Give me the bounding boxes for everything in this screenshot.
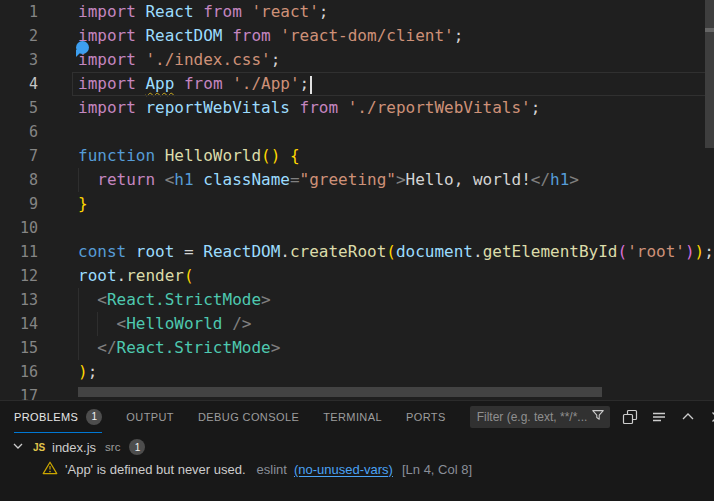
- line-content: }: [78, 192, 88, 216]
- javascript-file-icon: JS: [31, 442, 47, 453]
- code-line[interactable]: 3import './index.css';: [0, 48, 714, 72]
- code-token: 'react-dom/client': [271, 26, 454, 45]
- maximize-panel-icon[interactable]: [679, 408, 697, 426]
- tab-problems-label: PROBLEMS: [14, 411, 78, 423]
- code-token: 'root': [627, 242, 685, 261]
- code-line[interactable]: 13 <React.StrictMode>: [0, 288, 714, 312]
- tab-output[interactable]: OUTPUT: [126, 401, 174, 433]
- file-path: src: [105, 441, 120, 453]
- line-number: 5: [0, 96, 38, 120]
- file-name: index.js: [52, 440, 96, 455]
- indent-guide: [78, 312, 79, 336]
- line-content: </React.StrictMode>: [78, 336, 280, 360]
- code-token: <: [97, 290, 107, 309]
- code-line[interactable]: 5import reportWebVitals from './reportWe…: [0, 96, 714, 120]
- code-line[interactable]: 11const root = ReactDOM.createRoot(docum…: [0, 240, 714, 264]
- code-token: />: [223, 314, 252, 333]
- line-number: 10: [0, 216, 38, 240]
- code-line[interactable]: 4import App from './App';: [0, 72, 714, 96]
- tab-debug-console[interactable]: DEBUG CONSOLE: [198, 401, 299, 433]
- code-line[interactable]: 14 <HelloWorld />: [0, 312, 714, 336]
- collapse-all-icon[interactable]: [621, 408, 639, 426]
- code-token: import: [78, 50, 136, 69]
- line-number: 11: [0, 240, 38, 264]
- problem-rule-link[interactable]: (no-unused-vars): [294, 462, 393, 477]
- code-token: 'react': [242, 2, 319, 21]
- chevron-down-icon: [10, 438, 26, 457]
- indent-guide: [78, 168, 79, 192]
- file-problem-count-badge: 1: [129, 439, 145, 455]
- code-token: >: [271, 338, 281, 357]
- tab-ports-label: PORTS: [406, 411, 446, 423]
- warning-icon: [42, 460, 58, 479]
- code-editor[interactable]: 1import React from 'react';2import React…: [0, 0, 714, 400]
- problem-item[interactable]: 'App' is defined but never used. eslint(…: [0, 458, 714, 480]
- text-cursor: [310, 76, 312, 94]
- code-token: >: [569, 170, 579, 189]
- code-line[interactable]: 2import ReactDOM from 'react-dom/client'…: [0, 24, 714, 48]
- code-token: './App': [223, 74, 300, 93]
- code-line[interactable]: 16);: [0, 360, 714, 384]
- code-token: ): [695, 242, 705, 261]
- problems-filter-input[interactable]: [477, 410, 591, 424]
- code-token: [280, 146, 290, 165]
- code-line[interactable]: 1import React from 'react';: [0, 0, 714, 24]
- line-number: 3: [0, 48, 38, 72]
- code-token: ;: [271, 50, 281, 69]
- code-token: .: [117, 266, 127, 285]
- code-token: [78, 170, 97, 189]
- code-token: App: [145, 74, 174, 93]
- code-token: (: [386, 242, 396, 261]
- tab-terminal[interactable]: TERMINAL: [323, 401, 382, 433]
- code-token: ReactDOM: [194, 242, 281, 261]
- indent-guide: [78, 288, 79, 312]
- line-number: 12: [0, 264, 38, 288]
- horizontal-scrollbar[interactable]: [78, 387, 602, 397]
- line-number: 6: [0, 120, 38, 144]
- code-lines: 1import React from 'react';2import React…: [0, 0, 714, 400]
- line-number: 9: [0, 192, 38, 216]
- code-token: document: [396, 242, 473, 261]
- code-token: >: [396, 170, 406, 189]
- code-token: HelloWorld: [165, 146, 261, 165]
- code-token: const: [78, 242, 126, 261]
- code-token: [155, 170, 165, 189]
- tab-terminal-label: TERMINAL: [323, 411, 382, 423]
- tab-problems[interactable]: PROBLEMS 1: [14, 401, 102, 433]
- code-token: './reportWebVitals': [338, 98, 531, 117]
- code-line[interactable]: 8 return <h1 className="greeting">Hello,…: [0, 168, 714, 192]
- code-line[interactable]: 15 </React.StrictMode>: [0, 336, 714, 360]
- code-token: }: [78, 194, 88, 213]
- code-token: render: [126, 266, 184, 285]
- code-token: h1: [174, 170, 193, 189]
- line-number: 15: [0, 336, 38, 360]
- code-line[interactable]: 6: [0, 120, 714, 144]
- code-token: <: [165, 170, 175, 189]
- vertical-scrollbar[interactable]: [705, 0, 714, 148]
- code-token: Hello, world!: [406, 170, 531, 189]
- code-token: ;: [704, 242, 714, 261]
- code-token: ;: [319, 2, 329, 21]
- line-number: 2: [0, 24, 38, 48]
- indent-guide: [97, 312, 98, 336]
- problems-file-row[interactable]: JS index.js src 1: [0, 436, 714, 458]
- view-as-table-icon[interactable]: [650, 408, 668, 426]
- line-content: <React.StrictMode>: [78, 288, 271, 312]
- code-token: function: [78, 146, 155, 165]
- tab-debug-console-label: DEBUG CONSOLE: [198, 411, 299, 423]
- code-line[interactable]: 7function HelloWorld() {: [0, 144, 714, 168]
- code-token: h1: [550, 170, 569, 189]
- line-content: import ReactDOM from 'react-dom/client';: [78, 24, 463, 48]
- code-line[interactable]: 10: [0, 216, 714, 240]
- code-line[interactable]: 12root.render(: [0, 264, 714, 288]
- filter-funnel-icon: [591, 408, 605, 426]
- code-token: className: [194, 170, 290, 189]
- close-panel-icon[interactable]: [708, 408, 714, 426]
- code-line[interactable]: 9}: [0, 192, 714, 216]
- code-token: .: [280, 242, 290, 261]
- code-token: ;: [88, 362, 98, 381]
- code-token: </: [531, 170, 550, 189]
- code-token: [78, 290, 97, 309]
- tab-ports[interactable]: PORTS: [406, 401, 446, 433]
- code-token: ReactDOM: [136, 26, 223, 45]
